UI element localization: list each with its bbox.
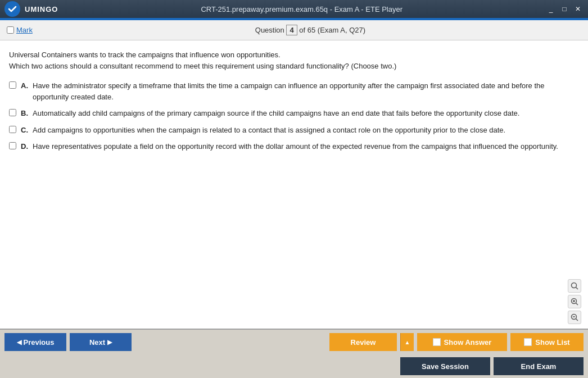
search-icon	[571, 282, 578, 290]
title-bar: UMINGO CRT-251.prepaway.premium.exam.65q…	[0, 0, 588, 18]
option-d-label: D.	[21, 141, 28, 152]
nav-row-1: ◀ Previous Next ▶ Review ▲ Show Answer S…	[0, 330, 588, 354]
review-button[interactable]: Review	[329, 333, 397, 351]
options-list: A. Have the administrator specify a time…	[9, 80, 579, 152]
option-b-text: Automatically add child campaigns of the…	[33, 108, 579, 119]
review-label: Review	[351, 338, 376, 347]
question-number: 4	[286, 25, 297, 35]
question-line2: Which two actions should a consultant re…	[9, 62, 396, 70]
option-c: C. Add campaigns to opportunities when t…	[9, 125, 579, 136]
option-c-checkbox[interactable]	[9, 126, 16, 133]
previous-label: Previous	[24, 338, 55, 347]
mark-area: Mark	[7, 26, 33, 34]
mark-link[interactable]: Mark	[16, 26, 33, 34]
logo-text: UMINGO	[25, 5, 58, 13]
show-answer-label: Show Answer	[444, 338, 492, 347]
svg-line-2	[576, 288, 578, 290]
zoom-in-button[interactable]	[568, 295, 581, 308]
svg-line-8	[576, 319, 578, 321]
logo-icon	[4, 1, 20, 17]
show-answer-icon	[433, 338, 441, 346]
option-c-label: C.	[21, 125, 28, 136]
content-area: Universal Containers wants to track the …	[0, 40, 588, 329]
option-d-text: Have representatives populate a field on…	[33, 141, 579, 152]
option-c-text: Add campaigns to opportunities when the …	[33, 125, 579, 136]
search-button[interactable]	[568, 279, 581, 293]
zoom-controls	[568, 279, 581, 324]
end-exam-label: End Exam	[521, 362, 557, 371]
option-a-text: Have the administrator specify a timefra…	[33, 80, 579, 102]
show-answer-button[interactable]: Show Answer	[417, 333, 507, 351]
show-list-icon	[524, 338, 532, 346]
next-button[interactable]: Next ▶	[70, 333, 132, 351]
option-a-checkbox[interactable]	[9, 81, 16, 89]
nav-row-2: Save Session End Exam	[0, 354, 588, 378]
zoom-out-icon	[571, 313, 578, 321]
show-list-button[interactable]: Show List	[510, 333, 584, 351]
prev-chevron-icon: ◀	[17, 339, 21, 346]
option-d-checkbox[interactable]	[9, 142, 16, 149]
question-label: Question	[255, 26, 284, 34]
save-session-button[interactable]: Save Session	[400, 357, 490, 375]
title-bar-left: UMINGO	[4, 1, 58, 17]
zoom-out-button[interactable]	[568, 311, 581, 324]
maximize-button[interactable]: □	[559, 3, 570, 15]
option-b-label: B.	[21, 108, 28, 119]
option-a: A. Have the administrator specify a time…	[9, 80, 579, 102]
question-text: Universal Containers wants to track the …	[9, 49, 579, 71]
minimize-button[interactable]: _	[545, 3, 557, 15]
option-b: B. Automatically add child campaigns of …	[9, 108, 579, 119]
svg-line-4	[576, 303, 578, 306]
end-exam-button[interactable]: End Exam	[494, 357, 584, 375]
review-arrow-icon: ▲	[405, 339, 410, 345]
bottom-nav: ◀ Previous Next ▶ Review ▲ Show Answer S…	[0, 329, 588, 378]
option-a-label: A.	[21, 80, 28, 92]
close-button[interactable]: ✕	[572, 3, 584, 15]
show-list-label: Show List	[535, 338, 569, 347]
question-line1: Universal Containers wants to track the …	[9, 51, 281, 59]
next-chevron-icon: ▶	[107, 339, 112, 346]
app-title: CRT-251.prepaway.premium.exam.65q - Exam…	[201, 5, 402, 13]
toolbar: Mark Question 4 of 65 (Exam A, Q27)	[0, 20, 588, 40]
previous-button[interactable]: ◀ Previous	[4, 333, 66, 351]
option-b-checkbox[interactable]	[9, 109, 16, 116]
review-arrow-button[interactable]: ▲	[400, 333, 414, 351]
save-session-label: Save Session	[422, 362, 469, 371]
svg-point-1	[572, 283, 577, 288]
next-label: Next	[89, 338, 105, 347]
mark-checkbox[interactable]	[7, 26, 14, 34]
window-controls: _ □ ✕	[545, 3, 584, 15]
question-info: Question 4 of 65 (Exam A, Q27)	[39, 25, 581, 35]
zoom-in-icon	[571, 298, 578, 306]
question-total: of 65 (Exam A, Q27)	[299, 26, 365, 34]
option-d: D. Have representatives populate a field…	[9, 141, 579, 152]
